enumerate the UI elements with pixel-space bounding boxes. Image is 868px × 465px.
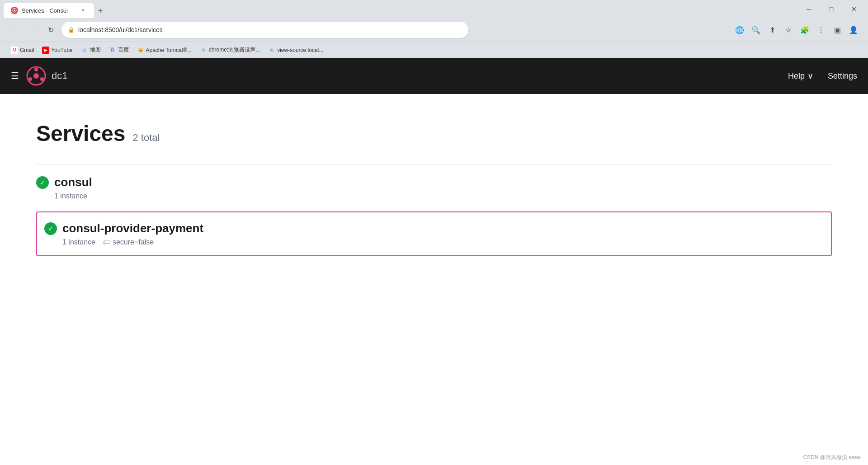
toolbar-icons: 🌐 🔍 ⬆ ☆ 🧩 ⋮ ▣ 👤 (732, 23, 861, 37)
svg-point-5 (40, 77, 44, 81)
consul-navbar: ☰ dc1 Help ∨ (0, 58, 868, 94)
bookmark-tomcat-label: Apache Tomcat®... (146, 47, 192, 53)
service-name-consul: consul (54, 175, 92, 189)
service-instances-consul: 1 instance (54, 192, 87, 200)
bookmark-gmail[interactable]: M Gmail (7, 45, 38, 56)
tab-title: Services - Consul (22, 7, 68, 14)
svg-point-6 (28, 77, 32, 81)
youtube-icon: ▶ (42, 47, 49, 54)
help-menu[interactable]: Help ∨ (788, 71, 813, 81)
bookmark-gmail-label: Gmail (20, 47, 34, 53)
help-label: Help (788, 71, 805, 81)
url-bar[interactable]: 🔒 localhost:8500/ui/dc1/services (61, 22, 468, 38)
view-source-icon: ⊕ (268, 47, 275, 54)
gmail-icon: M (11, 47, 18, 54)
tab-bar: Services - Consul × + (4, 0, 107, 18)
bookmark-chrome-sound-label: chrome:浏览器没声... (209, 46, 260, 54)
svg-point-3 (33, 73, 39, 79)
chrome-sound-icon: ⊙ (200, 47, 207, 54)
hamburger-menu-button[interactable]: ☰ (11, 70, 19, 81)
bookmark-youtube-label: YouTube (51, 47, 72, 53)
service-header-consul: ✓ consul (36, 175, 832, 189)
page-title-row: Services 2 total (36, 121, 832, 146)
consul-logo-icon (26, 66, 46, 86)
bookmark-baidu-label: 百度 (118, 46, 129, 54)
reload-button[interactable]: ↻ (43, 23, 58, 37)
forward-button: → (25, 23, 40, 37)
tag-label-payment: secure=false (113, 238, 154, 246)
back-button: ← (7, 23, 22, 37)
tag-icon: 🏷 (103, 238, 110, 246)
bookmark-youtube[interactable]: ▶ YouTube (38, 45, 76, 56)
sidebar-icon[interactable]: ▣ (830, 23, 844, 37)
bookmark-baidu[interactable]: 百 百度 (105, 44, 132, 56)
bookmarks-bar: M Gmail ▶ YouTube ◎ 地图 百 百度 🐱 Apache Tom… (0, 42, 868, 58)
nav-right: Help ∨ Settings (788, 71, 857, 81)
lock-icon: 🔒 (68, 27, 75, 33)
extensions-icon[interactable]: 🧩 (797, 23, 812, 37)
share-icon[interactable]: ⬆ (765, 23, 779, 37)
browser-frame: Services - Consul × + ─ □ ✕ ← → ↻ 🔒 loca… (0, 0, 868, 465)
service-instances-payment: 1 instance (62, 238, 95, 246)
bookmark-maps[interactable]: ◎ 地图 (77, 44, 104, 56)
baidu-icon: 百 (109, 47, 116, 54)
minimize-button[interactable]: ─ (798, 2, 819, 16)
new-tab-button[interactable]: + (94, 5, 107, 17)
settings-button[interactable]: Settings (828, 71, 857, 81)
maps-icon: ◎ (81, 47, 88, 54)
maximize-button[interactable]: □ (821, 2, 842, 16)
tab-close-button[interactable]: × (80, 7, 87, 14)
bookmark-chrome-sound[interactable]: ⊙ chrome:浏览器没声... (196, 44, 264, 56)
address-bar: ← → ↻ 🔒 localhost:8500/ui/dc1/services 🌐… (0, 18, 868, 42)
service-item-consul[interactable]: ✓ consul 1 instance (36, 164, 832, 211)
bookmark-star-icon[interactable]: ☆ (781, 23, 796, 37)
tomcat-icon: 🐱 (137, 47, 144, 54)
account-icon[interactable]: 👤 (846, 23, 861, 37)
service-header-payment: ✓ consul-provider-payment (44, 221, 824, 235)
service-status-consul: ✓ (36, 176, 49, 189)
browser-tab[interactable]: Services - Consul × (4, 3, 94, 18)
bookmark-view-source[interactable]: ⊕ view-source:local... (264, 45, 327, 56)
close-button[interactable]: ✕ (844, 2, 864, 16)
window-controls: ─ □ ✕ (798, 2, 864, 16)
watermark: CSDN @清风微浪 aaaa (803, 454, 861, 461)
page-title: Services (36, 121, 126, 146)
title-bar: Services - Consul × + ─ □ ✕ (0, 0, 868, 18)
page-content: ☰ dc1 Help ∨ (0, 58, 868, 465)
service-item-consul-provider-payment[interactable]: ✓ consul-provider-payment 1 instance 🏷 s… (36, 211, 832, 256)
consul-logo: dc1 (26, 66, 67, 86)
svg-point-4 (34, 68, 38, 71)
service-status-payment: ✓ (44, 222, 57, 235)
svg-point-1 (14, 10, 15, 11)
translate-icon[interactable]: 🌐 (732, 23, 747, 37)
url-text: localhost:8500/ui/dc1/services (78, 26, 163, 33)
service-name-payment: consul-provider-payment (62, 221, 203, 235)
more-icon[interactable]: ⋮ (814, 23, 828, 37)
bookmark-view-source-label: view-source:local... (277, 47, 323, 53)
service-meta-consul: 1 instance (36, 192, 832, 200)
bookmark-maps-label: 地图 (90, 46, 101, 54)
page-count: 2 total (133, 132, 160, 144)
service-tag-payment: 🏷 secure=false (103, 238, 154, 246)
help-chevron-icon: ∨ (807, 71, 813, 81)
tab-favicon (11, 7, 18, 14)
service-meta-payment: 1 instance 🏷 secure=false (44, 238, 824, 246)
main-content: Services 2 total ✓ consul 1 instance ✓ c… (0, 94, 868, 465)
datacenter-label: dc1 (52, 70, 67, 82)
bookmark-tomcat[interactable]: 🐱 Apache Tomcat®... (133, 45, 195, 56)
search-icon[interactable]: 🔍 (749, 23, 763, 37)
